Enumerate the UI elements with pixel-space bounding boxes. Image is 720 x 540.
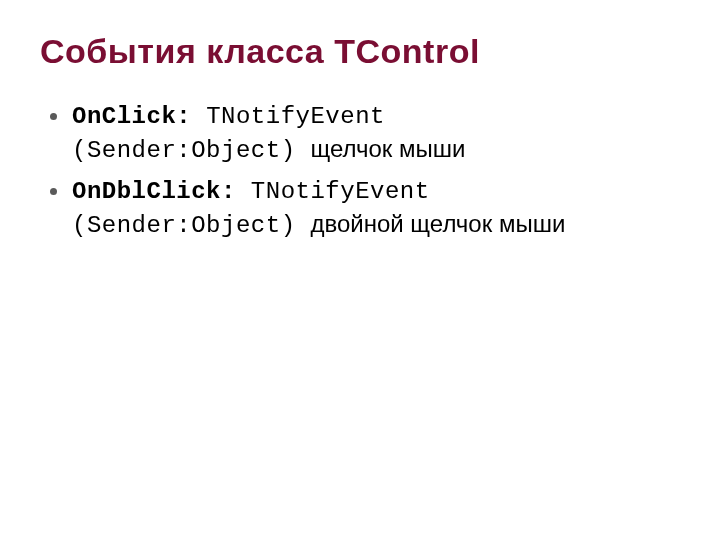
- event-type: TNotifyEvent: [251, 178, 430, 205]
- colon: :: [176, 103, 206, 130]
- event-signature: (Sender:Object): [72, 212, 310, 239]
- event-signature: (Sender:Object): [72, 137, 310, 164]
- event-name: OnDblClick: [72, 178, 221, 205]
- event-name: OnClick: [72, 103, 176, 130]
- event-description: двойной щелчок мыши: [310, 210, 565, 237]
- colon: :: [221, 178, 251, 205]
- events-list: OnClick: TNotifyEvent (Sender:Object) ще…: [40, 99, 680, 243]
- slide-title: События класса TControl: [40, 32, 680, 71]
- list-item: OnDblClick: TNotifyEvent (Sender:Object)…: [44, 174, 680, 243]
- event-description: щелчок мыши: [310, 135, 465, 162]
- event-type: TNotifyEvent: [206, 103, 385, 130]
- list-item: OnClick: TNotifyEvent (Sender:Object) ще…: [44, 99, 680, 168]
